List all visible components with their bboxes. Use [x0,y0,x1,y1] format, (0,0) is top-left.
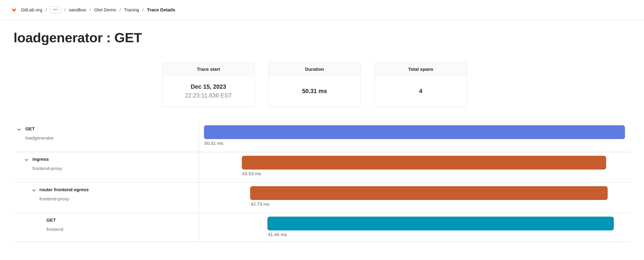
row-divider [14,182,630,183]
summary-card-value: 4 [375,76,467,107]
span-operation-label: ingress [32,157,49,162]
page-title: loadgenerator : GET [14,30,142,45]
summary-card-secondary-value: 22:23:11.836 EST [185,92,232,99]
breadcrumb-separator: / [64,7,66,13]
gitlab-logo-icon [10,6,18,14]
breadcrumb-item-trace-details: Trace Details [147,7,175,13]
chevron-down-icon[interactable] [32,188,36,193]
breadcrumb-item-sandbox[interactable]: sandbox [69,7,86,13]
breadcrumb-separator: / [119,7,121,13]
summary-card-trace-start: Trace startDec 15, 202322:23:11.836 EST [162,62,255,107]
span-duration-bar[interactable] [268,217,614,230]
summary-card-title: Total spans [375,63,467,76]
span-service-label: loadgenerator [26,135,54,141]
span-operation-label: GET [46,217,56,223]
summary-card-title: Trace start [162,63,254,76]
summary-card-total-spans: Total spans4 [374,62,467,107]
span-duration-bar[interactable] [204,125,625,139]
breadcrumb-separator: / [45,7,47,13]
summary-card-primary-value: 50.31 ms [302,88,327,95]
breadcrumb-separator: / [142,7,144,13]
summary-card-value: Dec 15, 202322:23:11.836 EST [162,76,254,107]
span-service-label: frontend-proxy [40,196,69,201]
span-duration-bar[interactable] [242,156,606,169]
summary-card-primary-value: 4 [419,88,422,95]
chevron-down-icon[interactable] [17,127,22,132]
row-divider [14,152,630,152]
span-waterfall: GETloadgenerator50.31 msingressfrontend-… [0,122,644,242]
waterfall-column-separator [198,122,199,242]
summary-card-duration: Duration50.31 ms [268,62,361,107]
span-service-label: frontend-proxy [32,166,62,171]
summary-card-value: 50.31 ms [268,76,360,107]
breadcrumb-separator: / [89,7,91,13]
trace-summary-cards: Trace startDec 15, 202322:23:11.836 ESTD… [162,62,467,107]
chevron-down-icon[interactable] [24,157,29,162]
span-operation-label: GET [26,126,35,131]
breadcrumb-item-tracing[interactable]: Tracing [124,7,139,13]
breadcrumb: GitLab.org / ••• / sandbox / Otel Demo /… [0,0,644,20]
breadcrumb-item-otel-demo[interactable]: Otel Demo [94,7,116,13]
row-divider [14,241,630,242]
span-duration-bar[interactable] [250,186,608,200]
breadcrumb-ellipsis-button[interactable]: ••• [50,6,61,14]
span-duration-label: 42.73 ms [250,201,269,207]
span-operation-label: router frontend egress [40,187,88,192]
span-service-label: frontend [46,227,63,232]
summary-card-title: Duration [268,63,360,76]
span-duration-label: 41.40 ms [268,232,287,237]
row-divider [14,213,630,213]
breadcrumb-item-gitlab-org[interactable]: GitLab.org [21,7,42,13]
span-duration-label: 50.31 ms [204,141,223,146]
span-duration-label: 43.53 ms [242,171,261,176]
summary-card-primary-value: Dec 15, 2023 [190,83,226,91]
